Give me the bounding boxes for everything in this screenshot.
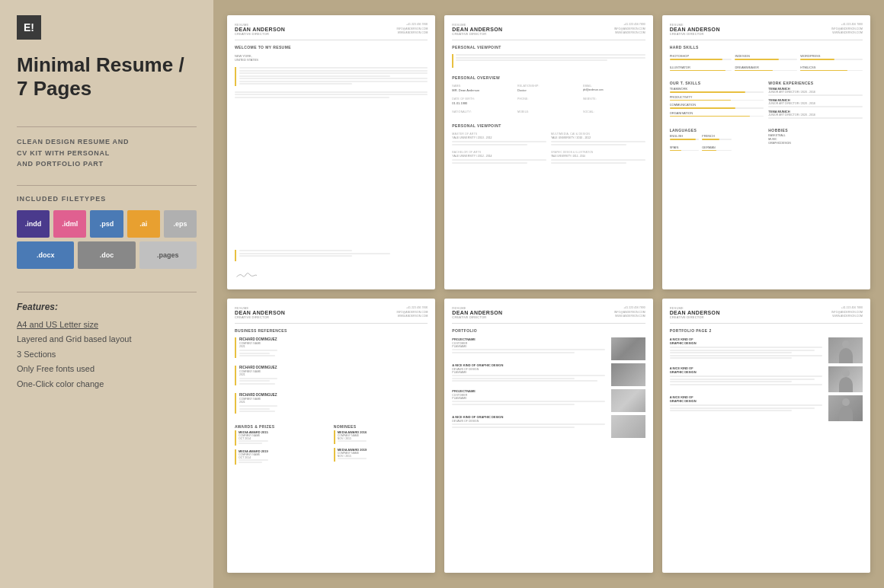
- rp3-hobbies-title: HOBBIES: [768, 128, 863, 133]
- rp6-portfolio-items: A NICE KIND OFGRAPHIC DESIGN A NICE KIND…: [670, 337, 863, 421]
- rp3-lang-title: LANGUAGES: [670, 128, 764, 133]
- nominee2-content: MEDIA AWARD 2019 COMPANY NAMENOV / 2015: [338, 448, 367, 462]
- rp2-subtitle: CREATIVE DIRECTOR: [452, 32, 502, 36]
- award1-content: MEDIA AWARD 2015 COMPANY NAMEOCT 2014: [239, 430, 268, 446]
- rp4-name-block: RESUME DEAN ANDERSON CREATIVE DIRECTOR: [235, 306, 285, 319]
- rp1-signature: [235, 270, 258, 280]
- rp5-body: PORTFOLIO PROJECTNAME CUSTOMERPLANNAME A…: [452, 328, 645, 567]
- rp3-work-exp: WORK EXPERIENCES TEMA MUNICH JUNIOR ART …: [768, 81, 863, 121]
- rp2-field-rel: RELATIONSHIP: Doctor: [517, 85, 580, 94]
- resume-page-3: RESUME DEAN ANDERSON CREATIVE DIRECTOR +…: [662, 15, 870, 289]
- portfolio2-item-1: A NICE KIND OFGRAPHIC DESIGN: [670, 337, 863, 363]
- rp4-nominees-title: NOMINEES: [334, 424, 428, 429]
- skill-indesign: INDESIGN: [735, 54, 797, 60]
- portfolio2-item-2: A NICE KIND OFGRAPHIC DESIGN: [670, 366, 863, 392]
- rp3-hobbies: HOBBIES BASKETBALL MUSIC GRAPHICDESIGN: [768, 128, 863, 153]
- resume-page-6: RESUME DEAN ANDERSON CREATIVE DIRECTOR +…: [662, 299, 870, 573]
- filetype-psd: .psd: [90, 210, 123, 238]
- rp3-soft-skills: OUR T. SKILLS TEAMWORK PRODUCTIVITY COMM…: [670, 81, 764, 121]
- portfolio-item-4: A NICE KIND OF GRAPHIC DESIGN DEVAWS OF …: [452, 415, 645, 438]
- rp5-web: WWW.ANDERSON.COM: [614, 315, 645, 319]
- ref-2: RICHARD DOMINGUEZ COMPANY NAME2021: [235, 366, 428, 386]
- rp2-name-block: RESUME DEAN ANDERSON CREATIVE DIRECTOR: [452, 23, 502, 36]
- rp1-name: DEAN ANDERSON: [235, 27, 285, 32]
- port2-3-photo: [828, 395, 863, 421]
- portfolio2-info: A NICE KIND OF GRAPHIC DESIGN DEVAWS OF …: [452, 363, 604, 383]
- rp3-hardskills-title: HARD SKILLS: [670, 45, 863, 50]
- rp5-portfolio-items: PROJECTNAME CUSTOMERPLANNAME A NICE KIND…: [452, 337, 645, 438]
- rp1-web: WWW.ANDERSON.COM: [396, 31, 428, 36]
- soft-organisation: ORGANISATION: [670, 111, 764, 117]
- nominee-1: MEDIA AWARD 2016 COMPANY NAMENOV / 2015: [334, 430, 428, 444]
- hobby-graphic: GRAPHICDESIGN: [768, 142, 863, 145]
- nominee2-bar: [334, 448, 335, 462]
- feature-2: Layered and Grid based layout: [17, 333, 197, 346]
- rp6-name-block: RESUME DEAN ANDERSON CREATIVE DIRECTOR: [670, 306, 720, 319]
- rp6-contact: +41 223 456 7890 INFO@ANDERSON.COM WWW.A…: [831, 306, 863, 319]
- divider-2: [17, 185, 197, 186]
- rp4-subtitle: CREATIVE DIRECTOR: [235, 315, 285, 319]
- soft-communication: COMMUNICATION: [670, 103, 764, 109]
- product-title: Minimal Resume /7 Pages: [17, 53, 197, 101]
- rp1-address-block: [235, 250, 428, 261]
- resume-page-1: RESUME DEAN ANDERSON CREATIVE DIRECTOR +…: [227, 15, 435, 289]
- filetype-docx: .docx: [17, 241, 74, 269]
- rp2-field-mobile: MOBILE:: [517, 110, 580, 116]
- rp5-contact: +41 223 456 7890 INFO@ANDERSON.COM WWW.A…: [614, 306, 645, 319]
- features-list: A4 and US Letter size Layered and Grid b…: [17, 318, 197, 391]
- portfolio4-thumb: [611, 415, 645, 438]
- rp2-overview-grid: NAME: MR. Dean Anderson RELATIONSHIP: Do…: [452, 85, 645, 116]
- divider-1: [17, 126, 197, 127]
- rp1-body: WELCOME TO MY RESUME NEW YORK,UNITED STA…: [235, 45, 428, 283]
- rp2-bar1: [452, 54, 453, 68]
- ref3-content: RICHARD DOMINGUEZ COMPANY NAME2021: [239, 393, 277, 414]
- rp1-yellow-bar: [235, 67, 236, 86]
- ref-1: RICHARD DOMINGUEZ COMPANY NAME2021: [235, 337, 428, 358]
- feature-4: Only Free fonts used: [17, 363, 197, 375]
- rp3-lang-hobbies: LANGUAGES ENGLISH FRENCH SPAIN: [670, 128, 863, 153]
- ref-3: RICHARD DOMINGUEZ COMPANY NAME2021: [235, 393, 428, 414]
- hobby-basketball: BASKETBALL: [768, 134, 863, 137]
- rp6-name: DEAN ANDERSON: [670, 310, 720, 315]
- filetype-indd: .indd: [17, 210, 50, 238]
- awards-col: AWARDS & PRIZES MEDIA AWARD 2015 COMPANY…: [235, 424, 329, 468]
- rp3-name: DEAN ANDERSON: [670, 27, 720, 32]
- port2-1-info: A NICE KIND OFGRAPHIC DESIGN: [670, 337, 822, 360]
- nominee1-bar: [334, 430, 335, 444]
- rp3-skills-grid: PHOTOSHOP INDESIGN WORDPRESS ILLUSTRATOR…: [670, 54, 863, 73]
- award2-content: MEDIA AWARD 2019 COMPANY NAMEOCT 2014: [239, 449, 268, 465]
- hobby-music: MUSIC: [768, 138, 863, 141]
- rp2-field-nationality: NATIONALITY:: [452, 110, 514, 116]
- logo: E!: [17, 15, 41, 40]
- award2-bar: [235, 449, 236, 465]
- rp3-name-block: RESUME DEAN ANDERSON CREATIVE DIRECTOR: [670, 23, 720, 36]
- lang-french: FRENCH: [702, 134, 732, 140]
- rp5-portfolio-title: PORTFOLIO: [452, 328, 645, 333]
- rp3-subtitle: CREATIVE DIRECTOR: [670, 32, 720, 36]
- rp2-field-phone: PHONE:: [517, 97, 580, 107]
- rp2-section3: PERSONAL VIEWPOINT: [452, 123, 645, 128]
- filetype-idml: .idml: [53, 210, 86, 238]
- portfolio-item-2: A NICE KIND OF GRAPHIC DESIGN DEVAWS OF …: [452, 363, 645, 386]
- work-3: TEMA MUNICH JUNIOR ART DIRECTOR / 2020 -…: [768, 110, 863, 119]
- rp4-header: RESUME DEAN ANDERSON CREATIVE DIRECTOR +…: [235, 306, 428, 324]
- port2-2-info: A NICE KIND OFGRAPHIC DESIGN: [670, 366, 822, 386]
- portfolio-item-1: PROJECTNAME CUSTOMERPLANNAME: [452, 337, 645, 360]
- award1-bar: [235, 430, 236, 446]
- work-1: TEMA MUNICH JUNIOR ART DIRECTOR / 2020 -…: [768, 87, 863, 96]
- divider-3: [17, 292, 197, 292]
- rp2-edu1: MASTER OF ARTS YALE UNIVERSITY / 2010 - …: [452, 133, 546, 146]
- port2-1-photo: [828, 337, 863, 363]
- nominee1-content: MEDIA AWARD 2016 COMPANY NAMENOV / 2015: [338, 430, 367, 444]
- soft-productivity: PRODUCTIVITY: [670, 95, 764, 101]
- port2-3-info: A NICE KIND OFGRAPHIC DESIGN: [670, 395, 822, 413]
- rp3-lang-grid: ENGLISH FRENCH SPAIN G: [670, 134, 764, 153]
- rp2-contact: +41 223 456 7890 INFO@ANDERSON.COM WWW.A…: [614, 23, 645, 36]
- award-2: MEDIA AWARD 2019 COMPANY NAMEOCT 2014: [235, 449, 329, 465]
- rp1-text-lines2: [235, 91, 428, 238]
- filetype-ai: .ai: [127, 210, 160, 238]
- portfolio1-info: PROJECTNAME CUSTOMERPLANNAME: [452, 337, 604, 354]
- skill-photoshop: PHOTOSHOP: [670, 54, 732, 60]
- rp2-education: MASTER OF ARTS YALE UNIVERSITY / 2010 - …: [452, 133, 645, 165]
- rp3-contact: +41 223 456 7890 INFO@ANDERSON.COM WWW.A…: [831, 23, 863, 36]
